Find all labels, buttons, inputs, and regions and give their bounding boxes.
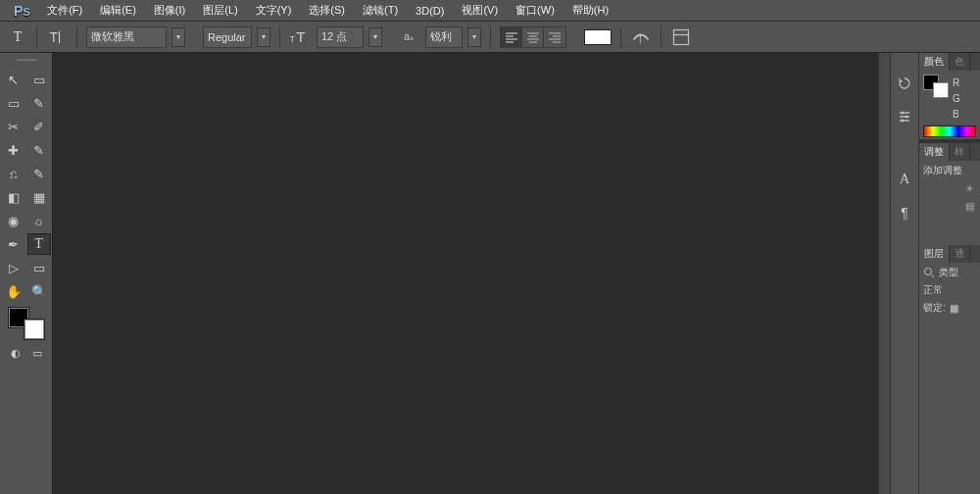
menu-type[interactable]: 文字(Y) — [247, 1, 301, 20]
collapsed-dock: A ¶ — [890, 53, 919, 494]
vertical-scrollbar[interactable] — [878, 53, 890, 494]
separator — [279, 26, 280, 48]
hue-strip[interactable] — [923, 125, 976, 137]
tool-pen[interactable]: ✒ — [2, 233, 25, 255]
separator — [620, 26, 621, 48]
filter-icon[interactable] — [923, 267, 935, 278]
separator — [36, 26, 37, 48]
font-size-icon: тT — [289, 26, 311, 48]
tool-zoom[interactable]: 🔍 — [27, 280, 51, 302]
tool-brush[interactable]: ✎ — [27, 139, 51, 161]
separator — [661, 26, 662, 48]
lock-label: 锁定: — [923, 301, 946, 315]
color-wells — [9, 308, 44, 339]
lock-all-icon[interactable]: ▦ — [950, 303, 958, 314]
tool-lasso[interactable]: ✎ — [27, 92, 51, 114]
separator — [76, 26, 77, 48]
tool-crop[interactable]: ✂ — [2, 116, 25, 137]
tool-spot-heal[interactable]: ✚ — [2, 139, 25, 161]
kind-filter-label[interactable]: 类型 — [939, 266, 958, 279]
text-align-group — [500, 26, 566, 48]
tab-adjust[interactable]: 调整 — [919, 143, 950, 161]
tool-rectangle[interactable]: ▭ — [27, 257, 51, 278]
adjust-title: 添加调整 — [923, 164, 976, 177]
adjust-panel: 添加调整 ☀ ▤ — [919, 161, 980, 216]
menu-window[interactable]: 窗口(W) — [507, 1, 564, 20]
screenmode-toggle[interactable]: ▭ — [27, 345, 47, 361]
tab-layers[interactable]: 图层 — [919, 245, 950, 263]
r-row: R — [953, 74, 976, 90]
tab-channels[interactable]: 通 — [950, 245, 970, 263]
tab-styles[interactable]: 样 — [950, 143, 970, 161]
align-left-button[interactable] — [501, 27, 522, 47]
font-family-arrow[interactable]: ▾ — [172, 27, 185, 47]
character-panel-icon[interactable]: A — [894, 169, 915, 190]
tool-clone[interactable]: ⎌ — [2, 163, 25, 184]
background-color[interactable] — [24, 320, 44, 339]
color-panel-tabs: 颜色 色 — [919, 53, 980, 71]
tool-hand[interactable]: ✋ — [2, 280, 25, 302]
antialias-arrow[interactable]: ▾ — [467, 27, 481, 47]
tab-color[interactable]: 颜色 — [919, 53, 950, 71]
history-panel-icon[interactable] — [894, 73, 915, 94]
char-panel-toggle[interactable] — [670, 26, 692, 48]
tool-dodge[interactable]: ☼ — [27, 210, 51, 231]
align-center-button[interactable] — [522, 27, 544, 47]
font-family-dropdown[interactable]: 微软雅黑 — [86, 26, 167, 48]
properties-panel-icon[interactable] — [894, 106, 915, 127]
menu-select[interactable]: 选择(S) — [300, 1, 354, 20]
menu-bar: Ps 文件(F) 编辑(E) 图像(I) 图层(L) 文字(Y) 选择(S) 滤… — [0, 0, 980, 22]
font-size-dropdown[interactable]: 12 点 — [317, 26, 364, 48]
font-size-arrow[interactable]: ▾ — [368, 27, 382, 47]
svg-point-7 — [902, 120, 905, 123]
svg-rect-4 — [674, 29, 689, 44]
mini-bg-color[interactable] — [933, 82, 949, 98]
tool-type[interactable]: T — [27, 233, 51, 255]
menu-layer[interactable]: 图层(L) — [194, 1, 246, 20]
text-orientation-button[interactable]: T — [46, 26, 68, 48]
brightness-icon[interactable]: ☀ — [962, 181, 976, 195]
toolbox-grip[interactable] — [7, 59, 46, 65]
svg-text:T: T — [296, 28, 305, 45]
quickmask-toggle[interactable]: ◐ — [6, 345, 25, 361]
menu-help[interactable]: 帮助(H) — [564, 1, 617, 20]
tool-gradient[interactable]: ▦ — [27, 186, 51, 208]
font-style-arrow[interactable]: ▾ — [257, 27, 270, 47]
blend-mode-dropdown[interactable]: 正常 — [923, 283, 943, 297]
tab-swatches[interactable]: 色 — [950, 53, 970, 71]
menu-edit[interactable]: 编辑(E) — [91, 1, 145, 20]
b-row: B — [953, 106, 976, 122]
tool-artboard[interactable]: ▭ — [27, 69, 51, 90]
tool-blur[interactable]: ◉ — [2, 210, 25, 231]
text-color-swatch[interactable] — [584, 29, 612, 45]
align-right-button[interactable] — [544, 27, 565, 47]
menu-3d[interactable]: 3D(D) — [407, 3, 453, 19]
mini-color-wells[interactable] — [923, 74, 949, 98]
font-style-dropdown[interactable]: Regular — [203, 26, 252, 48]
tool-marquee[interactable]: ▭ — [2, 92, 25, 114]
menu-view[interactable]: 视图(V) — [453, 1, 507, 20]
svg-point-6 — [906, 116, 908, 119]
menu-image[interactable]: 图像(I) — [145, 1, 194, 20]
tool-move[interactable]: ↖ — [2, 69, 25, 90]
workspace: ↖▭▭✎✂✐✚✎⎌✎◧▦◉☼✒T▷▭✋🔍 ◐ ▭ A ¶ 颜色 色 — [0, 53, 980, 494]
tool-path-select[interactable]: ▷ — [2, 257, 25, 278]
g-row: G — [953, 90, 976, 106]
tool-eyedropper[interactable]: ✐ — [27, 116, 51, 137]
layers-panel-tabs: 图层 通 — [919, 245, 980, 263]
layers-panel: 类型 正常 锁定: ▦ — [919, 263, 980, 318]
tool-eraser[interactable]: ◧ — [2, 186, 25, 208]
paragraph-panel-icon[interactable]: ¶ — [894, 202, 915, 223]
active-tool-icon[interactable]: T — [8, 27, 27, 47]
separator — [490, 26, 491, 48]
tool-history-brush[interactable]: ✎ — [27, 163, 51, 184]
svg-text:T: T — [637, 34, 643, 45]
warp-text-button[interactable]: T — [630, 26, 652, 48]
menu-file[interactable]: 文件(F) — [38, 1, 91, 20]
levels-icon[interactable]: ▤ — [962, 199, 976, 213]
canvas-area[interactable] — [53, 53, 890, 494]
menu-filter[interactable]: 滤镜(T) — [354, 1, 407, 20]
svg-point-5 — [902, 112, 905, 115]
adjust-panel-tabs: 调整 样 — [919, 143, 980, 161]
antialias-dropdown[interactable]: 锐利 — [425, 26, 463, 48]
